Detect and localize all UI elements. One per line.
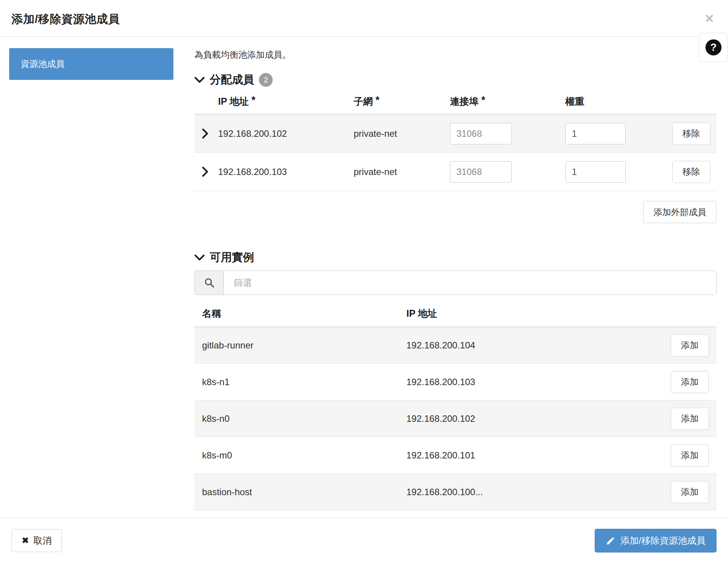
search-icon (195, 271, 224, 295)
submit-button[interactable]: 添加/移除資源池成員 (595, 529, 717, 552)
add-member-button[interactable]: 添加 (671, 481, 709, 503)
required-asterisk: * (251, 94, 256, 106)
allocated-section-header: 分配成員 2 (194, 72, 717, 87)
remove-member-button[interactable]: 移除 (672, 123, 710, 145)
submit-label: 添加/移除資源池成員 (620, 535, 705, 547)
chevron-down-icon[interactable] (194, 254, 205, 261)
instance-name: gitlab-runner (202, 340, 406, 351)
column-weight: 權重 (565, 95, 661, 108)
add-member-button[interactable]: 添加 (671, 408, 709, 430)
allocated-table-header: IP 地址* 子網* 連接埠* 權重 (194, 93, 717, 115)
instance-ip: 192.168.200.100... (406, 487, 663, 497)
remove-member-button[interactable]: 移除 (672, 161, 710, 183)
available-section-header: 可用實例 (194, 250, 717, 265)
instance-ip: 192.168.200.101 (406, 450, 663, 461)
weight-input[interactable] (565, 161, 626, 183)
pencil-icon (606, 536, 615, 546)
column-subnet: 子網* (354, 95, 450, 108)
allocated-members-table: IP 地址* 子網* 連接埠* 權重 192.168.200.102 priva… (194, 93, 717, 191)
required-asterisk: * (481, 94, 485, 106)
help-button[interactable]: ? (699, 33, 728, 62)
add-member-button[interactable]: 添加 (671, 444, 709, 467)
external-member-row: 添加外部成員 (194, 201, 717, 223)
member-subnet: private-net (354, 128, 450, 139)
available-instance-row: gitlab-runner 192.168.200.104 添加 (194, 327, 717, 364)
add-member-button[interactable]: 添加 (671, 371, 709, 393)
add-external-member-button[interactable]: 添加外部成員 (643, 201, 717, 223)
instance-ip: 192.168.200.102 (406, 413, 663, 424)
modal-header: 添加/移除資源池成員 ✕ (0, 0, 728, 37)
cancel-label: 取消 (33, 535, 52, 547)
wizard-sidebar: 資源池成員 (9, 48, 173, 510)
available-section-title: 可用實例 (210, 250, 254, 265)
filter-search-group (194, 271, 717, 295)
available-instance-row: k8s-m0 192.168.200.101 添加 (194, 437, 717, 474)
question-mark-icon: ? (705, 39, 722, 55)
weight-input[interactable] (565, 123, 626, 144)
instance-name: bastion-host (202, 487, 406, 497)
column-ip: IP 地址 (406, 307, 663, 320)
instance-ip: 192.168.200.103 (406, 377, 663, 387)
chevron-right-icon[interactable] (201, 164, 218, 179)
step-content: 為負載均衡池添加成員。 分配成員 2 IP 地址* 子網* 連接埠* 權重 (173, 48, 717, 510)
member-ip: 192.168.200.103 (218, 167, 354, 177)
allocated-member-row: 192.168.200.103 private-net 移除 (194, 153, 717, 191)
step-description: 為負載均衡池添加成員。 (194, 49, 717, 61)
cancel-button[interactable]: ✖ 取消 (11, 529, 62, 552)
member-subnet: private-net (354, 167, 450, 177)
column-port: 連接埠* (450, 95, 565, 108)
column-name: 名稱 (202, 307, 406, 320)
available-instances-table: 名稱 IP 地址 gitlab-runner 192.168.200.104 添… (194, 306, 717, 510)
chevron-down-icon[interactable] (194, 77, 205, 83)
modal-body: 資源池成員 為負載均衡池添加成員。 分配成員 2 IP 地址* 子網* 連接埠*… (0, 37, 728, 510)
required-asterisk: * (375, 94, 380, 106)
member-ip: 192.168.200.102 (218, 128, 354, 139)
add-remove-pool-members-modal: 添加/移除資源池成員 ✕ ? 資源池成員 為負載均衡池添加成員。 分配成員 2 (0, 0, 728, 567)
column-ip: IP 地址* (218, 95, 354, 108)
chevron-right-icon[interactable] (201, 126, 218, 141)
allocated-member-row: 192.168.200.102 private-net 移除 (194, 115, 717, 153)
available-instance-row: k8s-n1 192.168.200.103 添加 (194, 364, 717, 400)
allocated-count-badge: 2 (259, 73, 273, 87)
instance-name: k8s-n1 (202, 377, 406, 387)
x-icon: ✖ (22, 536, 29, 546)
available-table-header: 名稱 IP 地址 (194, 306, 717, 327)
available-instance-row: k8s-n0 192.168.200.102 添加 (194, 400, 717, 437)
modal-title: 添加/移除資源池成員 (11, 11, 120, 27)
port-input[interactable] (450, 161, 512, 183)
sidebar-item-pool-members[interactable]: 資源池成員 (9, 48, 173, 80)
modal-footer: ✖ 取消 添加/移除資源池成員 (0, 518, 728, 567)
close-icon[interactable]: ✕ (702, 11, 717, 26)
instance-name: k8s-n0 (202, 413, 406, 424)
filter-input[interactable] (224, 271, 716, 295)
port-input[interactable] (450, 123, 512, 144)
allocated-section-title: 分配成員 (210, 72, 254, 87)
available-instance-row: bastion-host 192.168.200.100... 添加 (194, 474, 717, 510)
instance-ip: 192.168.200.104 (406, 340, 663, 351)
add-member-button[interactable]: 添加 (671, 334, 709, 356)
instance-name: k8s-m0 (202, 450, 406, 461)
